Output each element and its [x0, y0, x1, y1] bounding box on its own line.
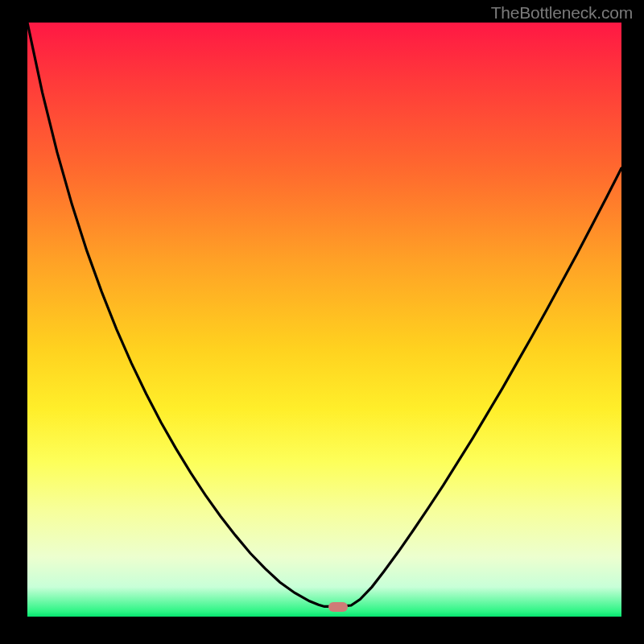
chart-frame: TheBottleneck.com	[0, 0, 644, 644]
bottleneck-curve-svg	[27, 23, 621, 617]
bottleneck-curve	[27, 23, 621, 606]
watermark-text: TheBottleneck.com	[491, 3, 633, 23]
match-marker	[328, 602, 348, 612]
plot-area	[27, 23, 621, 617]
